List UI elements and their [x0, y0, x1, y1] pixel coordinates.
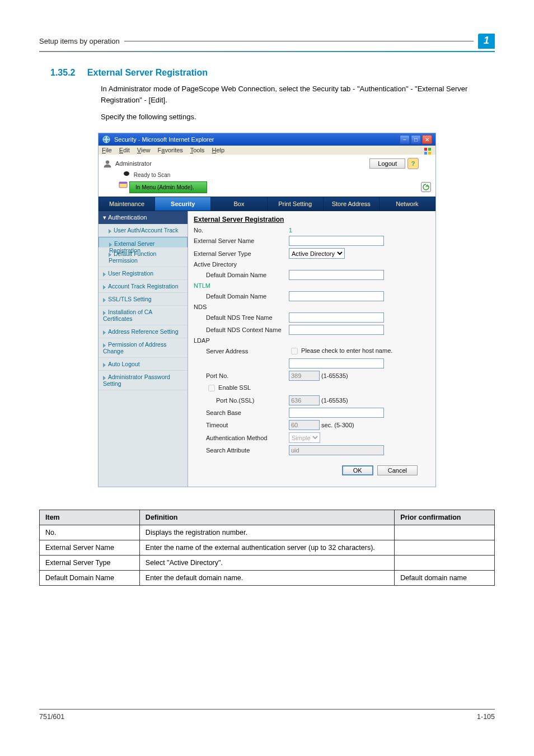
sidebar-item-auto-logout[interactable]: Auto Logout — [99, 358, 188, 371]
sidebar-item-permission-address[interactable]: Permission of Address Change — [99, 338, 188, 358]
menu-file[interactable]: File — [102, 147, 112, 153]
label-nds-tree: Default NDS Tree Name — [194, 314, 289, 321]
refresh-button[interactable] — [421, 182, 431, 192]
th-item: Item — [40, 510, 140, 525]
th-definition: Definition — [139, 510, 394, 525]
sidebar-group-authentication[interactable]: ▾Authentication — [99, 211, 188, 224]
mode-icon — [119, 180, 128, 189]
status-icon — [123, 170, 130, 177]
label-ntlm-domain: Default Domain Name — [194, 293, 289, 300]
browser-menubar: File Edit View Favorites Tools Help — [99, 146, 435, 155]
status-text: Ready to Scan — [134, 172, 171, 178]
menu-view[interactable]: View — [137, 147, 151, 153]
sidebar-item-ca-certificates[interactable]: Installation of CA Certificates — [99, 306, 188, 325]
input-port-no[interactable] — [289, 371, 320, 381]
input-nds-tree[interactable] — [289, 312, 384, 323]
input-search-attr[interactable] — [289, 445, 384, 455]
sidebar-item-user-auth[interactable]: User Auth/Account Track — [99, 224, 188, 237]
tab-security[interactable]: Security — [154, 197, 210, 211]
menu-favorites[interactable]: Favorites — [158, 147, 183, 153]
group-ldap: LDAP — [194, 337, 430, 344]
label-timeout-range: sec. (5-300) — [321, 422, 354, 428]
checkbox-hostname[interactable] — [291, 348, 298, 354]
chapter-badge: 1 — [478, 34, 495, 49]
sidebar-item-default-function[interactable]: Default Function Permission — [99, 248, 188, 267]
footer-left: 751/601 — [39, 713, 64, 721]
tab-network[interactable]: Network — [379, 197, 435, 211]
input-ext-name[interactable] — [289, 236, 384, 246]
admin-icon — [103, 159, 112, 168]
label-enable-ssl: Enable SSL — [218, 384, 251, 391]
minimize-button[interactable]: − — [400, 135, 410, 144]
ok-button[interactable]: OK — [342, 465, 373, 475]
app-window: Security - Microsoft Internet Explorer −… — [98, 133, 436, 487]
sidebar-item-account-track[interactable]: Account Track Registration — [99, 280, 188, 293]
label-search-base: Search Base — [194, 409, 289, 416]
label-port-ssl-range: (1-65535) — [321, 397, 348, 404]
tab-box[interactable]: Box — [210, 197, 266, 211]
intro-paragraph-1: In Administrator mode of PageScope Web C… — [101, 83, 495, 106]
menu-tools[interactable]: Tools — [190, 147, 205, 153]
svg-rect-2 — [428, 148, 431, 151]
label-port-ssl: Port No.(SSL) — [194, 397, 289, 404]
label-nds-context: Default NDS Context Name — [194, 326, 289, 333]
cancel-button[interactable]: Cancel — [377, 465, 418, 475]
label-auth-method: Authentication Method — [194, 435, 289, 441]
tab-store-address[interactable]: Store Address — [323, 197, 379, 211]
input-ad-domain[interactable] — [289, 270, 384, 280]
refresh-icon — [423, 184, 429, 190]
windows-flag-icon — [423, 147, 432, 156]
footer-right: 1-105 — [477, 713, 495, 721]
checkbox-enable-ssl[interactable] — [208, 385, 215, 391]
table-row: Default Domain NameEnter the default dom… — [40, 571, 495, 586]
tab-maintenance[interactable]: Maintenance — [99, 197, 154, 211]
sidebar-item-external-server[interactable]: External Server Registration — [99, 237, 188, 248]
help-button[interactable]: ? — [407, 158, 419, 169]
menu-edit[interactable]: Edit — [119, 147, 130, 153]
group-ad: Active Directory — [194, 261, 430, 268]
table-row: External Server NameEnter the name of th… — [40, 540, 495, 556]
maximize-button[interactable]: □ — [411, 135, 421, 144]
sidebar-item-ssl-tls[interactable]: SSL/TLS Setting — [99, 293, 188, 306]
input-port-ssl[interactable] — [289, 395, 320, 405]
sidebar-item-admin-password[interactable]: Administrator Password Setting — [99, 371, 188, 390]
select-auth-method[interactable]: Simple — [289, 432, 320, 443]
label-ext-name: External Server Name — [194, 237, 289, 244]
input-ntlm-domain[interactable] — [289, 291, 384, 301]
window-title: Security - Microsoft Internet Explorer — [114, 136, 214, 143]
select-ext-type[interactable]: Active Directory — [289, 248, 345, 259]
svg-text:?: ? — [411, 160, 415, 167]
menu-help[interactable]: Help — [212, 147, 224, 153]
input-server-addr[interactable] — [289, 358, 384, 368]
label-ad-domain: Default Domain Name — [194, 272, 289, 278]
table-row: External Server TypeSelect "Active Direc… — [40, 556, 495, 571]
main-pane: External Server Registration No. 1 Exter… — [188, 211, 435, 487]
label-no: No. — [194, 227, 289, 234]
label-search-attr: Search Attribute — [194, 447, 289, 454]
label-timeout: Timeout — [194, 422, 289, 428]
svg-point-7 — [124, 171, 129, 176]
ie-icon — [102, 135, 111, 144]
sidebar-item-user-registration[interactable]: User Registration — [99, 267, 188, 280]
input-timeout[interactable] — [289, 420, 320, 430]
close-button[interactable]: ✕ — [422, 135, 432, 144]
menu-mode-label[interactable]: In Menu (Admin Mode). — [129, 181, 207, 193]
label-port-no: Port No. — [194, 372, 289, 379]
input-search-base[interactable] — [289, 408, 384, 418]
header-gradient-rule — [39, 51, 495, 52]
input-nds-context[interactable] — [289, 325, 384, 335]
sidebar-item-address-reference[interactable]: Address Reference Setting — [99, 325, 188, 338]
breadcrumb: Setup items by operation — [39, 37, 120, 45]
label-port-range: (1-65535) — [321, 372, 348, 379]
section-number: 1.35.2 — [50, 68, 75, 77]
label-server-addr: Server Address — [194, 348, 289, 354]
window-titlebar: Security - Microsoft Internet Explorer −… — [99, 133, 435, 146]
group-ntlm: NTLM — [194, 282, 430, 289]
sidebar: ▾Authentication User Auth/Account Track … — [99, 211, 188, 487]
value-no: 1 — [289, 227, 430, 234]
svg-rect-4 — [428, 152, 431, 155]
tab-print-setting[interactable]: Print Setting — [267, 197, 323, 211]
help-icon: ? — [410, 160, 416, 167]
logout-button[interactable]: Logout — [369, 158, 405, 169]
svg-rect-9 — [119, 182, 127, 184]
